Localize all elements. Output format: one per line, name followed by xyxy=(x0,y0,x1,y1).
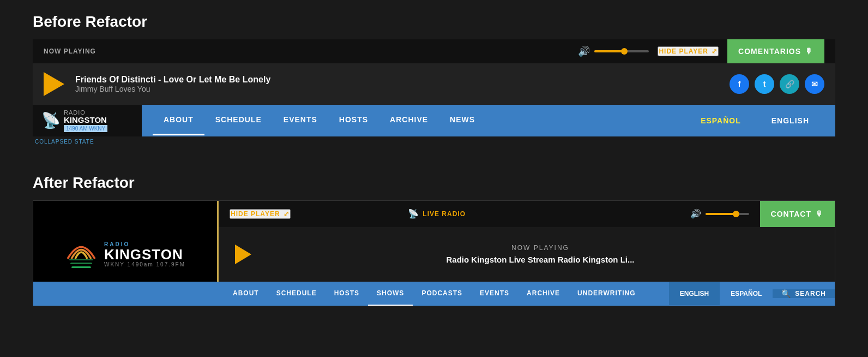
logo-text: RADIO KINGSTON 1490 AM WKNY xyxy=(64,109,107,132)
tower-icon: 📡 xyxy=(41,111,61,129)
nav-lang: ESPAÑOL ENGLISH xyxy=(685,106,824,135)
after-player-main: RADIO KINGSTON WKNY 1490am 107.9FM NOW P… xyxy=(33,227,835,282)
search-area[interactable]: 🔍 SEARCH xyxy=(773,289,835,298)
volume-slider[interactable] xyxy=(594,50,649,52)
svg-rect-1 xyxy=(70,263,92,264)
english-button-before[interactable]: ENGLISH xyxy=(756,106,824,135)
track-info: Friends Of Distincti - Love Or Let Me Be… xyxy=(75,75,719,93)
before-player-main: Friends Of Distincti - Love Or Let Me Be… xyxy=(33,63,835,105)
after-top-bar: HIDE PLAYER ⤢ 📡 LIVE RADIO 🔊 xyxy=(33,201,835,227)
after-nav-items: ABOUT SCHEDULE HOSTS SHOWS PODCASTS EVEN… xyxy=(219,282,669,306)
volume-thumb xyxy=(621,48,628,55)
rk-arcs-svg xyxy=(65,238,98,260)
comentarios-button[interactable]: COMENTARIOS 🎙 xyxy=(727,39,824,63)
after-logo-panel-top xyxy=(33,201,219,227)
after-section-title: After Refactor xyxy=(0,161,868,200)
facebook-icon[interactable]: f xyxy=(730,74,749,94)
contact-button[interactable]: CONTACT 🎙 xyxy=(760,201,835,227)
after-player-area-top: HIDE PLAYER ⤢ 📡 LIVE RADIO 🔊 xyxy=(219,209,760,219)
espanol-button-before[interactable]: ESPAÑOL xyxy=(685,106,756,135)
antenna-icon-after: 📡 xyxy=(408,209,419,219)
play-button-before[interactable] xyxy=(44,72,64,96)
after-now-playing: NOW PLAYING Radio Kingston Live Stream R… xyxy=(219,227,835,282)
svg-rect-0 xyxy=(69,259,93,260)
nav-item-news[interactable]: NEWS xyxy=(439,105,486,135)
nav-after-archive[interactable]: ARCHIVE xyxy=(518,282,569,306)
after-container: HIDE PLAYER ⤢ 📡 LIVE RADIO 🔊 xyxy=(33,200,835,306)
after-track-title: Radio Kingston Live Stream Radio Kingsto… xyxy=(262,255,818,264)
volume-slider-after[interactable] xyxy=(706,213,749,215)
nav-item-about[interactable]: ABOUT xyxy=(153,105,204,135)
track-title: Friends Of Distincti - Love Or Let Me Be… xyxy=(75,75,719,85)
rk-kingston-label: KINGSTON xyxy=(104,247,185,261)
speaker-icon-after: 🔊 xyxy=(690,209,701,219)
rk-waves-svg xyxy=(69,259,93,271)
volume-fill-after xyxy=(706,213,736,215)
nav-after-schedule[interactable]: SCHEDULE xyxy=(268,282,326,306)
nav-after-podcasts[interactable]: PODCASTS xyxy=(413,282,471,306)
before-nav-wrapper: 📡 RADIO KINGSTON 1490 AM WKNY ABOUT SCHE… xyxy=(33,105,835,136)
mic-icon-after: 🎙 xyxy=(816,210,824,218)
svg-rect-2 xyxy=(71,266,91,268)
after-logo-main: RADIO KINGSTON WKNY 1490am 107.9FM xyxy=(33,227,219,282)
play-button-after[interactable] xyxy=(235,245,251,264)
email-icon[interactable]: ✉ xyxy=(805,74,824,94)
nav-after-shows[interactable]: SHOWS xyxy=(368,282,413,306)
mic-icon: 🎙 xyxy=(805,47,813,56)
rk-text-group: RADIO KINGSTON WKNY 1490am 107.9FM xyxy=(104,241,185,267)
english-button-after[interactable]: ENGLISH xyxy=(669,282,720,305)
search-label: SEARCH xyxy=(795,290,826,297)
twitter-icon[interactable]: t xyxy=(755,74,774,94)
espanol-button-after[interactable]: ESPAÑOL xyxy=(720,282,773,305)
collapse-icon: ⤢ xyxy=(712,47,718,55)
after-now-playing-text: NOW PLAYING xyxy=(262,244,818,252)
live-radio-label: 📡 LIVE RADIO xyxy=(408,209,466,219)
nav-after-events[interactable]: EVENTS xyxy=(471,282,518,306)
nav-item-archive[interactable]: ARCHIVE xyxy=(379,105,439,135)
nav-item-events[interactable]: EVENTS xyxy=(273,105,328,135)
rk-logo: RADIO KINGSTON WKNY 1490am 107.9FM xyxy=(65,238,185,271)
volume-thumb-after xyxy=(733,211,739,217)
social-icons: f t 🔗 ✉ xyxy=(730,74,824,94)
hide-player-button[interactable]: HIDE PLAYER ⤢ xyxy=(658,46,719,56)
hide-player-button-after[interactable]: HIDE PLAYER ⤢ xyxy=(230,209,291,219)
nav-item-schedule[interactable]: SCHEDULE xyxy=(204,105,273,135)
now-playing-label: NOW PLAYING xyxy=(44,47,96,55)
before-logo: 📡 RADIO KINGSTON 1490 AM WKNY xyxy=(33,105,142,136)
search-icon: 🔍 xyxy=(781,289,791,298)
volume-fill xyxy=(594,50,624,52)
volume-area: 🔊 xyxy=(578,45,649,57)
track-subtitle: Jimmy Buff Loves You xyxy=(75,85,719,93)
player-controls-right: 🔊 HIDE PLAYER ⤢ COMENTARIOS 🎙 xyxy=(578,39,824,63)
link-icon[interactable]: 🔗 xyxy=(780,74,799,94)
before-player-bar: NOW PLAYING 🔊 HIDE PLAYER ⤢ COMENTARIOS … xyxy=(33,39,835,63)
after-nav-right: ENGLISH ESPAÑOL 🔍 SEARCH xyxy=(669,282,835,305)
collapse-icon-after: ⤢ xyxy=(284,210,290,218)
rk-icon xyxy=(65,238,98,271)
volume-right: 🔊 xyxy=(690,209,749,219)
after-nav-bar: ABOUT SCHEDULE HOSTS SHOWS PODCASTS EVEN… xyxy=(33,282,835,306)
before-nav: ABOUT SCHEDULE EVENTS HOSTS ARCHIVE NEWS… xyxy=(142,105,835,136)
nav-item-hosts[interactable]: HOSTS xyxy=(328,105,379,135)
nav-after-about[interactable]: ABOUT xyxy=(224,282,268,306)
before-section-title: Before Refactor xyxy=(0,0,868,39)
collapsed-label: COLLAPSED STATE xyxy=(33,136,835,145)
nav-after-hosts[interactable]: HOSTS xyxy=(326,282,368,306)
rk-wkny-label: WKNY 1490am 107.9FM xyxy=(104,261,185,267)
after-track-info: NOW PLAYING Radio Kingston Live Stream R… xyxy=(262,244,818,264)
nav-after-underwriting[interactable]: UNDERWRITING xyxy=(569,282,644,306)
volume-icon: 🔊 xyxy=(578,45,590,57)
